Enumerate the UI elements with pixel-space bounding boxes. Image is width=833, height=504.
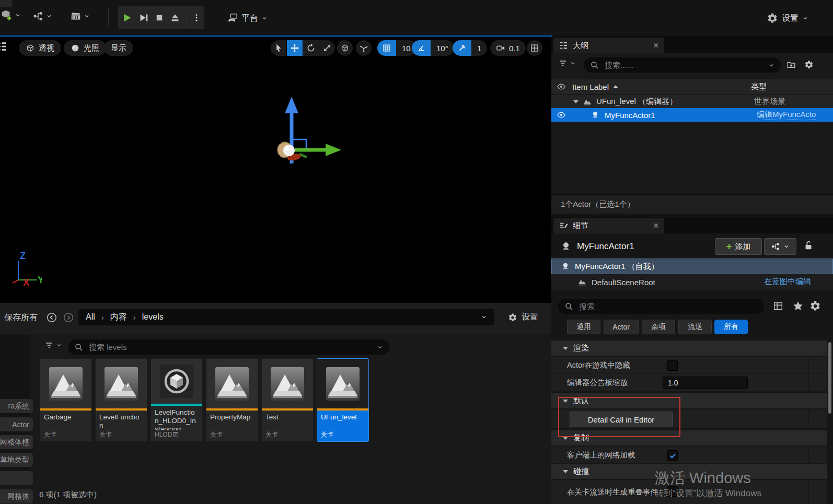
outliner-filter-button[interactable] xyxy=(558,58,576,68)
expand-arrow-icon[interactable] xyxy=(573,100,579,103)
blueprints-button[interactable] xyxy=(32,10,52,22)
view-mode-perspective-button[interactable]: 透视 xyxy=(19,40,61,56)
outliner-body: Item Label 类型 UFun_level （编辑器） 世界场景 MyFu… xyxy=(551,53,833,194)
favorites-star-icon[interactable] xyxy=(792,300,804,312)
outliner-search-input[interactable] xyxy=(604,60,764,70)
play-button[interactable] xyxy=(121,12,133,24)
close-icon[interactable]: ✕ xyxy=(653,41,659,50)
checkbox-unchecked[interactable] xyxy=(667,360,678,371)
checkbox-unchecked[interactable] xyxy=(667,486,678,497)
edit-actor-link[interactable]: 编辑MyFuncActo xyxy=(757,110,816,120)
asset-search-input[interactable] xyxy=(88,342,373,352)
component-row-sceneroot[interactable]: DefaultSceneRoot 在蓝图中编辑 xyxy=(551,274,833,290)
new-folder-icon[interactable] xyxy=(786,60,796,69)
favorite-actor[interactable]: Actor xyxy=(0,417,33,431)
camera-speed-control[interactable]: 0.1 xyxy=(490,40,526,56)
billboard-scale-input[interactable] xyxy=(663,377,748,389)
breadcrumb-all[interactable]: All xyxy=(86,312,95,322)
rotation-snap-value[interactable]: 10° xyxy=(431,40,454,56)
select-tool-button[interactable] xyxy=(271,40,286,56)
filter-streaming[interactable]: 流送 xyxy=(678,320,712,334)
details-tab-title: 细节 xyxy=(573,221,588,231)
add-actor-button[interactable] xyxy=(1,9,21,21)
component-row-self[interactable]: MyFuncActor1 （自我） xyxy=(551,259,833,274)
favorite-grass-type[interactable]: 草地类型 xyxy=(0,453,33,467)
asset-tile-hlod[interactable]: LevelFunction_HLOD0_Instancing HLOD层 xyxy=(151,358,203,442)
play-options-button[interactable] xyxy=(192,13,201,22)
details-search-box[interactable] xyxy=(558,299,764,314)
window-tab[interactable] xyxy=(0,0,12,7)
outliner-settings-gear-icon[interactable] xyxy=(804,60,814,69)
asset-tile-test[interactable]: Test 关卡 xyxy=(261,358,314,442)
section-render[interactable]: 渲染 xyxy=(551,341,827,356)
section-collision[interactable]: 碰撞 xyxy=(551,464,827,479)
favorite-niagara[interactable]: ra系统 xyxy=(0,399,33,413)
lock-open-icon[interactable] xyxy=(803,240,814,251)
cinematics-button[interactable] xyxy=(70,10,90,22)
eject-button[interactable] xyxy=(169,12,181,24)
outliner-row-myfuncactor[interactable]: MyFuncActor1 编辑MyFuncActo xyxy=(551,108,833,122)
back-button[interactable] xyxy=(46,312,57,323)
viewport-menu-button[interactable] xyxy=(0,41,7,54)
eye-icon[interactable] xyxy=(557,82,566,91)
rotation-snap-control[interactable]: 10° xyxy=(412,40,454,56)
checkbox-checked[interactable] xyxy=(667,450,678,461)
path-dropdown-icon[interactable] xyxy=(481,314,487,320)
forward-button[interactable] xyxy=(63,312,74,323)
display-manager-icon[interactable] xyxy=(772,300,784,312)
row-label: UFun_level （编辑器） xyxy=(596,97,677,107)
details-settings-gear-icon[interactable] xyxy=(809,300,821,312)
tab-outliner[interactable]: 大纲 ✕ xyxy=(553,38,664,53)
coordinate-space-button[interactable] xyxy=(337,40,353,56)
lit-mode-button[interactable]: 光照 xyxy=(64,40,106,56)
breadcrumb-levels[interactable]: levels xyxy=(142,312,164,322)
stop-button[interactable] xyxy=(155,13,164,22)
favorite-mesh[interactable]: 网格体 xyxy=(0,489,33,503)
scale-snap-control[interactable]: 1 xyxy=(453,40,487,56)
asset-tile-propertymap[interactable]: PropertyMap 关卡 xyxy=(206,358,258,442)
grid-snap-control[interactable]: 10 xyxy=(377,40,416,56)
settings-button[interactable]: 设置 xyxy=(767,13,808,24)
chevron-down-icon[interactable] xyxy=(377,344,383,350)
details-search-input[interactable] xyxy=(578,301,758,311)
rotate-tool-button[interactable] xyxy=(303,40,319,56)
column-type[interactable]: 类型 xyxy=(751,82,767,92)
content-settings-button[interactable]: 设置 xyxy=(508,312,538,323)
asset-tile-ufun-level[interactable]: UFun_level 关卡 xyxy=(317,358,369,442)
column-item-label[interactable]: Item Label xyxy=(572,83,609,91)
filter-misc[interactable]: 杂项 xyxy=(642,320,675,334)
transform-gizmo[interactable] xyxy=(259,91,363,170)
asset-tile-levelfunction[interactable]: LevelFunction 关卡 xyxy=(95,358,147,442)
add-component-button[interactable]: + 添加 xyxy=(715,238,762,255)
asset-tile-garbage[interactable]: Garbage 关卡 xyxy=(40,358,92,442)
chevron-down-icon[interactable] xyxy=(768,62,774,68)
play-controls xyxy=(118,6,204,29)
outliner-search-box[interactable] xyxy=(584,57,781,73)
filter-general[interactable]: 通用 xyxy=(567,320,600,334)
move-tool-button[interactable] xyxy=(287,40,303,56)
collapse-arrow-icon xyxy=(563,470,568,473)
tab-details[interactable]: 细节 ✕ xyxy=(553,218,664,233)
blueprint-actions-button[interactable] xyxy=(764,238,796,255)
filter-actor[interactable]: Actor xyxy=(604,320,639,334)
edit-in-blueprint-link[interactable]: 在蓝图中编辑 xyxy=(764,277,811,287)
filter-all[interactable]: 所有 xyxy=(714,320,748,334)
details-scrollbar[interactable] xyxy=(828,342,831,414)
favorite-mesh-foliage[interactable]: 网格体植 xyxy=(0,435,33,449)
level-viewport[interactable]: 透视 光照 显示 10 10° 1 0.1 xyxy=(0,37,551,303)
frame-skip-button[interactable] xyxy=(138,12,149,24)
breadcrumb-content[interactable]: 内容 xyxy=(110,312,127,323)
favorite-item[interactable] xyxy=(0,471,33,485)
asset-search-box[interactable] xyxy=(68,339,389,355)
scale-snap-value[interactable]: 1 xyxy=(471,40,487,56)
scale-tool-button[interactable] xyxy=(319,40,335,56)
save-all-button[interactable]: 保存所有 xyxy=(4,312,38,323)
close-icon[interactable]: ✕ xyxy=(653,221,659,230)
show-flags-button[interactable]: 显示 xyxy=(104,40,133,56)
eye-icon[interactable] xyxy=(557,110,566,120)
maximize-viewport-button[interactable] xyxy=(527,40,542,56)
outliner-row-level[interactable]: UFun_level （编辑器） 世界场景 xyxy=(551,95,833,108)
platform-button[interactable]: 平台 xyxy=(227,13,268,24)
asset-filter-button[interactable] xyxy=(44,341,62,350)
surface-snapping-button[interactable] xyxy=(356,40,372,56)
